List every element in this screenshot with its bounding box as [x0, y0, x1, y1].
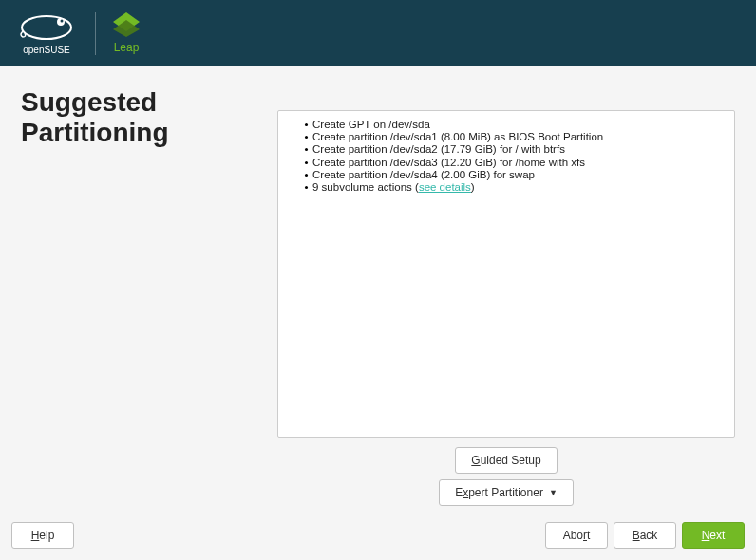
expert-partitioner-button[interactable]: Expert Partitioner ▼	[439, 479, 574, 506]
action-item: Create partition /dev/sda1 (8.00 MiB) as…	[312, 131, 723, 143]
logo-group: openSUSE Leap	[15, 12, 140, 55]
header-bar: openSUSE Leap	[0, 0, 756, 66]
dropdown-arrow-icon: ▼	[549, 488, 558, 497]
action-item: Create GPT on /dev/sda	[312, 119, 723, 131]
sidebar: Suggested Partitioning	[21, 87, 277, 511]
leap-logo: Leap	[113, 12, 140, 54]
guided-setup-row: Guided Setup	[277, 438, 735, 477]
footer-bar: Help Abort Back Next	[0, 511, 756, 560]
guided-setup-button[interactable]: Guided Setup	[455, 447, 557, 474]
page-title: Suggested Partitioning	[21, 87, 277, 148]
action-item-subvolume: 9 subvolume actions (see details)	[312, 181, 723, 194]
opensuse-logo: openSUSE	[15, 12, 96, 55]
action-item: Create partition /dev/sda3 (12.20 GiB) f…	[312, 157, 723, 169]
action-item: Create partition /dev/sda2 (17.79 GiB) f…	[312, 143, 723, 156]
action-item: Create partition /dev/sda4 (2.00 GiB) fo…	[312, 169, 723, 181]
abort-button[interactable]: Abort	[545, 522, 608, 549]
see-details-link[interactable]: see details	[419, 181, 471, 193]
back-button[interactable]: Back	[614, 522, 676, 549]
leap-icon	[113, 12, 140, 37]
chameleon-icon	[15, 12, 78, 43]
partitioning-actions-list: Create GPT on /dev/sda Create partition …	[277, 110, 735, 438]
svg-point-2	[61, 19, 64, 22]
next-button[interactable]: Next	[682, 522, 745, 549]
content-area: Suggested Partitioning Create GPT on /de…	[0, 66, 756, 511]
opensuse-brand-text: openSUSE	[23, 45, 69, 55]
help-button[interactable]: Help	[11, 522, 74, 549]
leap-product-text: Leap	[114, 41, 140, 54]
main-panel: Create GPT on /dev/sda Create partition …	[277, 87, 735, 511]
expert-partitioner-row: Expert Partitioner ▼	[277, 477, 735, 508]
footer-right-buttons: Abort Back Next	[545, 522, 745, 549]
